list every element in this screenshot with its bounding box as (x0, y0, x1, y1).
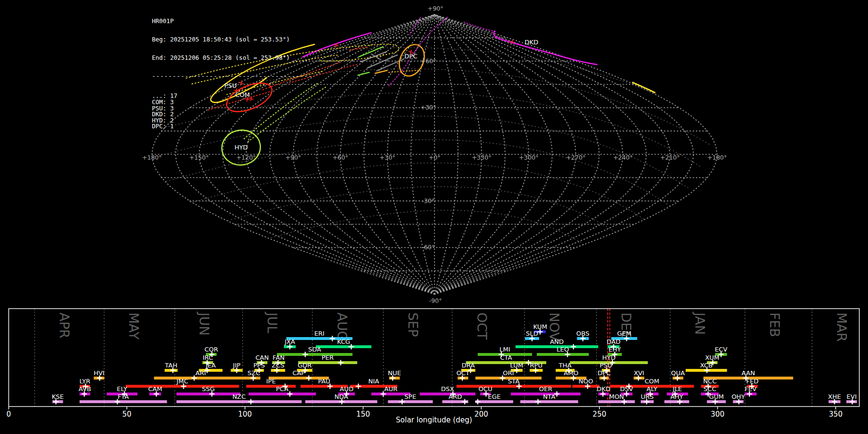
longitude-label: +0° (429, 154, 441, 161)
shower-label-JLE: JLE (672, 385, 682, 393)
month-label-JAN: JAN (692, 312, 707, 335)
shower-bar-LEO (537, 353, 589, 356)
shower-label-GDR: GDR (298, 362, 312, 369)
shower-count-line: PSU: 3 (152, 106, 312, 112)
shower-label-ARI: ARI (195, 369, 206, 377)
shower-bar-AHY (665, 400, 689, 403)
shower-label-URS: URS (641, 393, 654, 400)
x-tick-label-250: 250 (593, 410, 607, 419)
station-id: HR001P (152, 18, 312, 25)
longitude-label: +180° (142, 154, 162, 161)
month-label-MAY: MAY (126, 312, 141, 340)
x-tick-label-0: 0 (6, 410, 11, 419)
longitude-label: +270° (566, 154, 586, 161)
month-label-FEB: FEB (767, 312, 782, 337)
shower-label-TAH: TAH (164, 362, 177, 369)
shower-label-PER: PER (322, 354, 334, 361)
shower-bar-MON (598, 400, 635, 403)
shower-label-IPE: IPE (266, 378, 276, 385)
longitude-label: +120° (236, 154, 256, 161)
shower-label-JMC: JMC (176, 378, 188, 385)
shower-label-OER: OER (539, 385, 552, 393)
shower-label-ORI: ORI (503, 369, 514, 377)
shower-label-NDA: NDA (334, 393, 348, 400)
month-label-APR: APR (57, 312, 72, 339)
latitude-label: +30° (420, 104, 436, 111)
latitude-label: -60° (422, 244, 435, 251)
shower-label-DRA: DRA (461, 362, 475, 369)
shower-label-NUE: NUE (388, 369, 401, 377)
shower-label-AVB: AVB (79, 385, 91, 393)
shower-bar-FTA (80, 400, 167, 403)
shower-label-OCT: OCT (456, 369, 469, 377)
dkd-drift-trail (494, 31, 597, 65)
month-label-MAR: MAR (834, 312, 849, 342)
latitude-label: -30° (422, 197, 435, 204)
shower-bar-KCG (316, 345, 371, 348)
shower-label-FEV: FEV (745, 385, 757, 393)
shower-label-NCC: NCC (703, 378, 717, 385)
shower-label-CAN: CAN (256, 354, 269, 361)
x-tick-label-150: 150 (356, 410, 370, 419)
month-label-AUG: AUG (335, 312, 350, 341)
longitude-label: +240° (613, 154, 633, 161)
shower-label-KSE: KSE (52, 393, 64, 400)
shower-label-SPE: SPE (405, 393, 416, 400)
pole-label-north: +90° (428, 5, 444, 12)
shower-label-ARD: ARD (448, 393, 462, 400)
longitude-label: +90° (285, 154, 301, 161)
radiant-label-HYD: HYD (234, 144, 248, 151)
x-tick-label-100: 100 (238, 410, 252, 419)
shower-label-ALY: ALY (647, 385, 657, 393)
shower-label-AMO: AMO (564, 369, 578, 377)
shower-bar-PCA (248, 393, 316, 395)
yellow-trail-segment (633, 82, 655, 93)
shower-count-line: DKD: 2 (152, 111, 312, 118)
shower-bar-SDA (277, 353, 353, 356)
x-tick-label-350: 350 (829, 410, 843, 419)
obs-end-time: End: 20251206 05:25:28 (sol = 253.98°) (152, 55, 312, 61)
shower-label-AHY: AHY (670, 393, 683, 400)
shower-bar-EGE (475, 400, 513, 403)
shower-label-KCG: KCG (337, 338, 350, 345)
shower-count-line: HYD: 2 (152, 118, 312, 124)
shower-label-GUM: GUM (709, 393, 724, 400)
shower-label-PCA: PCA (276, 385, 288, 393)
shower-bar-NTA (520, 400, 578, 403)
latitude-label: +60° (420, 57, 436, 65)
x-tick-label-200: 200 (475, 410, 488, 419)
radiant-label-DKD: DKD (525, 39, 539, 46)
shower-label-QUA: QUA (671, 369, 685, 377)
shower-label-CAM: CAM (148, 385, 162, 393)
shower-label-EVI: EVI (847, 393, 857, 400)
orange-dotted-trail (389, 70, 418, 72)
longitude-label: +150° (189, 154, 209, 161)
longitude-label: +210° (660, 154, 680, 161)
dpc-dotted-trail (464, 22, 496, 32)
shower-label-COM: COM (645, 378, 660, 385)
radiant-map-and-activity-chart: PSUCOMHYDDPCDKD +90°-90°+60°+30°-30°-60°… (0, 0, 868, 434)
green-trail-segment (358, 72, 369, 75)
x-tick-label-50: 50 (122, 410, 131, 419)
shower-label-AND: AND (550, 338, 564, 345)
shower-bar-DSX (420, 393, 475, 395)
shower-label-HVI: HVI (94, 369, 105, 377)
activity-timeline-chart: APRMAYJUNJULAUGSEPOCTNOVDECJANFEBMARKUME… (6, 309, 859, 419)
shower-label-SSG: SSG (202, 385, 215, 393)
shower-label-ERI: ERI (314, 330, 325, 337)
shower-label-LYR: LYR (80, 378, 91, 385)
separator-line: --------------------------------------- (152, 73, 312, 80)
shower-bar-NZC (176, 400, 302, 403)
shower-count-line: COM: 3 (152, 99, 312, 106)
obs-begin-time: Beg: 20251205 18:50:43 (sol = 253.53°) (152, 37, 312, 43)
longitude-label: +300° (519, 154, 539, 161)
longitude-label: +180° (707, 154, 727, 161)
shower-label-NZC: NZC (232, 393, 246, 400)
shower-label-SCC: SCC (704, 385, 716, 393)
shower-label-DKD: DKD (597, 385, 610, 393)
shower-label-STA: STA (508, 378, 519, 385)
shower-label-SDA: SDA (308, 346, 321, 353)
shower-bar-SSG (176, 393, 240, 395)
shower-label-AAN: AAN (742, 369, 755, 377)
month-label-SEP: SEP (406, 312, 420, 337)
